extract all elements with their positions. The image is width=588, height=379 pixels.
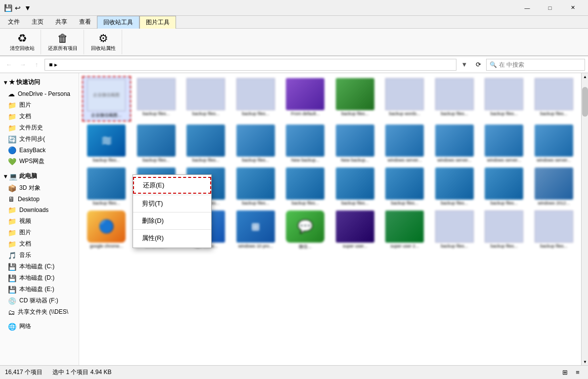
- sidebar-item-pictures[interactable]: 📁 图片: [0, 99, 79, 111]
- file-thumb-r3-8: [435, 168, 474, 200]
- file-item-dark1[interactable]: super user...: [331, 209, 380, 252]
- file-item-r4-8[interactable]: backup files...: [430, 209, 479, 252]
- file-item-r4-10[interactable]: backup files...: [530, 209, 579, 252]
- tab-recycle[interactable]: 回收站工具: [97, 16, 139, 29]
- sidebar-item-documents2[interactable]: 📁 文档: [0, 238, 79, 250]
- tab-view[interactable]: 查看: [73, 16, 97, 28]
- file-item-r3-5[interactable]: backup files...: [281, 166, 330, 208]
- sidebar-item-pictures2[interactable]: 📁 图片: [0, 227, 79, 238]
- file-item-1[interactable]: backup files...: [132, 76, 181, 122]
- file-item-bf1[interactable]: backup files...: [132, 123, 181, 165]
- sidebar-item-music[interactable]: 🎵 音乐: [0, 250, 79, 261]
- sidebar-item-drive-f[interactable]: 💿 CD 驱动器 (F:): [0, 295, 79, 306]
- tab-share[interactable]: 共享: [49, 16, 73, 28]
- file-item-bf4[interactable]: New backup...: [281, 123, 330, 165]
- sidebar-item-filehistory[interactable]: 📁 文件历史: [0, 122, 79, 133]
- address-input[interactable]: [45, 59, 456, 71]
- context-menu-properties[interactable]: 属性(R): [133, 231, 211, 246]
- file-item-r3-4[interactable]: backup files...: [231, 166, 280, 208]
- file-item-9[interactable]: backup files...: [530, 76, 579, 122]
- minimize-button[interactable]: —: [516, 0, 539, 16]
- scroll-up-arrow[interactable]: ▲: [582, 73, 588, 80]
- ribbon-bar: ♻ 清空回收站 🗑 还原所有项目 ⚙ 回收站属性: [0, 29, 588, 56]
- sidebar-item-easyback[interactable]: 🔵 EasyBack: [0, 145, 79, 156]
- sidebar-item-filesync[interactable]: 🔄 文件同步(: [0, 133, 79, 145]
- search-box[interactable]: 🔍: [486, 59, 585, 71]
- sidebar-item-videos[interactable]: 📁 视频: [0, 215, 79, 227]
- view-list-button[interactable]: ≡: [572, 367, 583, 378]
- sidebar-item-label: 本地磁盘 (C:): [19, 262, 54, 271]
- sidebar-item-drive-d[interactable]: 💾 本地磁盘 (D:): [0, 272, 79, 284]
- maximize-button[interactable]: □: [539, 0, 561, 16]
- sidebar-item-drive-e[interactable]: 💾 本地磁盘 (E:): [0, 284, 79, 295]
- tab-picture[interactable]: 图片工具: [139, 16, 176, 29]
- close-button[interactable]: ✕: [561, 0, 584, 16]
- undo-icon[interactable]: ↩: [14, 4, 22, 12]
- sidebar-item-onedrive[interactable]: ☁ OneDrive - Persona: [0, 88, 79, 99]
- file-item-r3-9[interactable]: backup files...: [480, 166, 529, 208]
- file-item-r3-10[interactable]: windows 2012...: [530, 166, 579, 208]
- file-item-bf8[interactable]: windows server...: [480, 123, 529, 165]
- restore-all-button[interactable]: ♻ 清空回收站: [4, 30, 41, 54]
- refresh-button[interactable]: ⟳: [472, 59, 484, 71]
- sidebar-item-3dobjects[interactable]: 📦 3D 对象: [0, 182, 79, 194]
- up-button[interactable]: ↑: [31, 59, 43, 71]
- drive-e-icon: 💾: [8, 286, 16, 294]
- sidebar-item-drive-c[interactable]: 💾 本地磁盘 (C:): [0, 261, 79, 272]
- dropdown-addr-button[interactable]: ▼: [458, 59, 470, 71]
- file-item-bf5[interactable]: New backup...: [331, 123, 380, 165]
- file-item-win10[interactable]: ⊞ windows 10 pro...: [231, 209, 280, 252]
- scroll-thumb[interactable]: [582, 87, 588, 117]
- context-menu-restore[interactable]: 还原(E): [133, 177, 211, 194]
- file-item-6[interactable]: backup words...: [380, 76, 429, 122]
- tab-home[interactable]: 主页: [26, 16, 49, 28]
- file-item-bf6[interactable]: windows server...: [380, 123, 429, 165]
- file-item-r3-6[interactable]: backup files...: [331, 166, 380, 208]
- tab-file[interactable]: 文件: [2, 16, 26, 28]
- selected-file-item[interactable]: 企业微信截图 企业微信截图...: [82, 76, 131, 122]
- file-item-r3-7[interactable]: backup files...: [380, 166, 429, 208]
- file-item-bf3[interactable]: backup files...: [231, 123, 280, 165]
- main-area: ▾ ★ 快速访问 ☁ OneDrive - Persona 📁 图片 📁 文档 …: [0, 73, 588, 365]
- forward-button: →: [17, 59, 29, 71]
- quick-access-section[interactable]: ▾ ★ 快速访问: [0, 76, 79, 88]
- file-item-wechat[interactable]: 💬 微信...: [281, 209, 330, 252]
- file-item-7[interactable]: backup files...: [430, 76, 479, 122]
- search-input[interactable]: [499, 61, 582, 68]
- file-item-chrome[interactable]: 🔵 google chrome...: [82, 209, 131, 252]
- sidebar-item-network[interactable]: 🌐 网络: [0, 321, 79, 332]
- file-thumb-bf9: [535, 125, 573, 157]
- file-item-5[interactable]: backup files...: [331, 76, 380, 122]
- file-item-bf7[interactable]: windows server...: [430, 123, 479, 165]
- context-menu-cut[interactable]: 剪切(T): [133, 196, 211, 211]
- context-menu-delete[interactable]: 删除(D): [133, 213, 211, 228]
- file-name-r3-8: backup files...: [441, 201, 468, 206]
- scroll-down-arrow[interactable]: ▼: [582, 358, 588, 365]
- file-item-3[interactable]: backup files...: [231, 76, 280, 122]
- dropdown-icon[interactable]: ▼: [24, 4, 32, 12]
- sidebar-item-desktop[interactable]: 🖥 Desktop: [0, 194, 79, 205]
- sidebar-item-share[interactable]: 🗂 共享文件夹 (\\DES\: [0, 306, 79, 318]
- file-item-2[interactable]: backup files...: [181, 76, 230, 122]
- selected-file-thumb: 企业微信截图: [87, 79, 126, 111]
- sidebar-item-wps[interactable]: 💚 WPS网盘: [0, 156, 79, 167]
- empty-recycle-button[interactable]: 🗑 还原所有项目: [42, 30, 84, 54]
- file-item-vscode[interactable]: ≋ backup files...: [82, 123, 131, 165]
- file-item-r4-9[interactable]: backup files...: [480, 209, 529, 252]
- file-item-r3-1[interactable]: backup files...: [82, 166, 131, 208]
- file-item-4[interactable]: From default...: [281, 76, 330, 122]
- save-icon[interactable]: 💾: [4, 4, 12, 12]
- scrollbar[interactable]: ▲ ▼: [581, 73, 588, 365]
- sidebar-item-documents[interactable]: 📁 文档: [0, 111, 79, 122]
- view-grid-button[interactable]: ⊞: [559, 367, 570, 378]
- properties-button[interactable]: ⚙ 回收站属性: [85, 30, 122, 54]
- file-thumb-r3-5: [286, 168, 324, 200]
- computer-section[interactable]: ▾ 💻 此电脑: [0, 170, 79, 182]
- file-item-bf9[interactable]: windows server...: [530, 123, 579, 165]
- file-item-dark2[interactable]: super user 2...: [380, 209, 429, 252]
- file-item-bf2[interactable]: backup files...: [181, 123, 230, 165]
- file-item-8[interactable]: backup files...: [480, 76, 529, 122]
- file-item-r3-8[interactable]: backup files...: [430, 166, 479, 208]
- selected-file-name: 企业微信截图...: [91, 112, 122, 119]
- sidebar-item-downloads[interactable]: 📁 Downloads: [0, 205, 79, 215]
